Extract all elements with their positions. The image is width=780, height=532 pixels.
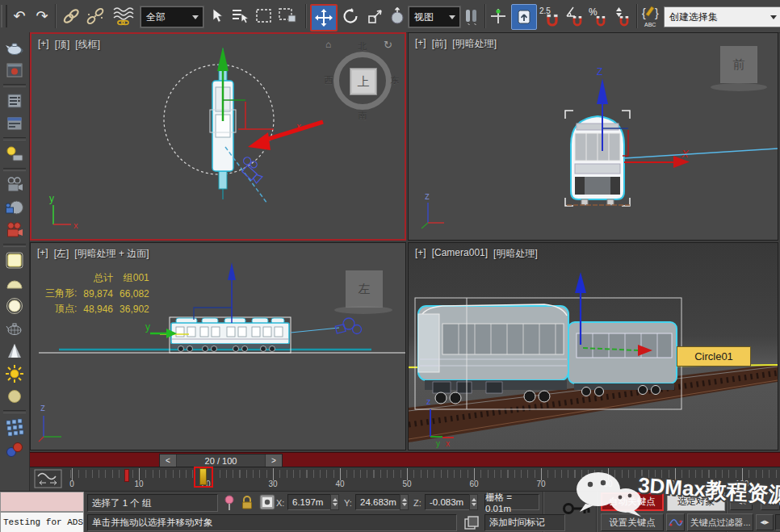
edit-named-selection-sets-icon[interactable]: {}ABC — [640, 3, 663, 29]
isolate-selection-icon[interactable] — [463, 515, 480, 531]
percent-snap-toggle-icon[interactable]: % — [587, 6, 610, 27]
viewport-menu-name[interactable]: [Camera001] — [432, 247, 488, 261]
reference-coordinate-dropdown[interactable]: 视图 — [409, 6, 460, 27]
auto-key-button[interactable]: 自动关键点 — [601, 492, 664, 511]
viewport-menu-name[interactable]: [前] — [432, 37, 447, 51]
key-mode-toggle-button[interactable]: ◀▶ — [756, 514, 774, 530]
select-and-scale-icon[interactable] — [364, 6, 387, 27]
new-key-default-in-tangent-icon[interactable] — [666, 513, 685, 531]
viewcube[interactable]: ⌂ ↻ 上 北 南 西 东 — [319, 39, 400, 119]
render-frame-window-icon[interactable] — [2, 90, 27, 112]
x-spinner[interactable] — [330, 494, 339, 510]
absolute-offset-mode-icon[interactable] — [259, 494, 275, 510]
animation-key-frame20[interactable] — [199, 468, 207, 485]
window-crossing-toggle-icon[interactable] — [277, 6, 300, 27]
light-lister-icon[interactable] — [2, 143, 27, 165]
time-slider-handle[interactable]: < 20 / 100 > — [159, 454, 283, 467]
molecule-icon[interactable] — [2, 438, 27, 461]
viewcube-orbit-icon[interactable]: ↻ — [384, 39, 392, 51]
compass-north-label[interactable]: 北 — [356, 40, 369, 52]
viewport-menu-shading[interactable]: [线框] — [75, 38, 100, 52]
select-and-place-icon[interactable] — [387, 6, 408, 27]
time-slider-track[interactable]: < 20 / 100 > — [30, 452, 780, 467]
viewport-menu-plus[interactable]: [+] — [38, 38, 49, 52]
lock-icon[interactable] — [241, 495, 254, 511]
viewcube-home-icon[interactable]: ⌂ — [325, 39, 331, 50]
camera-object-side[interactable] — [291, 318, 362, 334]
z-coordinate-field[interactable]: -0.083m — [425, 494, 470, 510]
train-front-view[interactable] — [571, 116, 624, 205]
viewcube-ghost-left[interactable]: 左 — [334, 270, 392, 317]
render-setup-icon[interactable] — [2, 59, 27, 82]
z-spinner[interactable] — [469, 494, 478, 510]
sphere-light-icon[interactable] — [2, 295, 27, 317]
current-frame-field[interactable]: 20 — [775, 514, 780, 530]
compass-south-label[interactable]: 南 — [356, 110, 369, 122]
unlink-selection-icon[interactable] — [84, 6, 107, 27]
next-frame-button[interactable]: > — [265, 455, 282, 467]
rectangular-selection-region-icon[interactable] — [253, 6, 275, 27]
select-and-link-icon[interactable] — [60, 6, 82, 27]
spinner-snap-toggle-icon[interactable] — [610, 6, 633, 27]
use-pivot-center-icon[interactable] — [460, 6, 483, 27]
select-and-rotate-icon[interactable] — [339, 6, 362, 27]
select-and-manipulate-icon[interactable] — [488, 6, 509, 27]
open-mini-curve-editor-icon[interactable] — [34, 469, 63, 489]
selected-objects-dropdown[interactable]: 选定对象 — [667, 492, 725, 511]
viewport-menu-name[interactable]: [左] — [54, 247, 69, 261]
train-side-view[interactable] — [170, 317, 291, 353]
select-object-icon[interactable] — [204, 6, 227, 27]
y-spinner[interactable] — [400, 494, 409, 510]
add-time-tag-field[interactable]: 添加时间标记 — [484, 514, 565, 531]
set-key-mode-key-icon[interactable] — [562, 498, 593, 519]
selection-lock-pin-icon[interactable] — [224, 495, 235, 511]
compass-west-label[interactable]: 西 — [322, 74, 335, 86]
go-to-start-button[interactable]: ◀◀ — [730, 493, 753, 510]
select-by-name-icon[interactable] — [229, 6, 251, 27]
viewport-menu-name[interactable]: [顶] — [55, 38, 70, 52]
viewport-menu-shading[interactable]: [明暗处理 + 边面] — [74, 247, 149, 261]
viewport-menu-shading[interactable]: [明暗处理] — [452, 37, 497, 51]
viewport-menu-plus[interactable]: [+] — [415, 37, 426, 51]
wire-teapot-icon[interactable] — [2, 317, 27, 340]
viewport-left[interactable]: [+] [左] [明暗处理 + 边面] 总计组001 三角形:89,87466,… — [30, 242, 406, 450]
render-teapot-icon[interactable] — [2, 36, 27, 59]
maxscript-mini-listener-white[interactable]: Testing for ADS — [0, 512, 84, 532]
y-coordinate-field[interactable]: 24.683m — [355, 494, 400, 510]
bind-to-space-warp-icon[interactable] — [110, 6, 136, 27]
maxscript-mini-listener-pink[interactable] — [0, 492, 84, 512]
select-and-move-button[interactable] — [310, 4, 338, 31]
x-coordinate-field[interactable]: 6.197m — [287, 494, 331, 510]
previous-frame-step-button[interactable]: ◀ — [761, 493, 780, 510]
instance-array-icon[interactable] — [2, 416, 27, 438]
redo-icon[interactable]: ↷ — [31, 6, 53, 27]
named-selection-set-field[interactable]: 创建选择集 — [664, 6, 780, 27]
state-sets-icon[interactable] — [2, 112, 27, 135]
viewcube-ghost-front[interactable]: 前 — [711, 46, 767, 96]
viewport-top[interactable]: [+] [顶] [线框] x — [30, 32, 406, 241]
dome-light-icon[interactable] — [2, 272, 27, 295]
undo-icon[interactable]: ↶ — [8, 6, 31, 27]
set-key-button[interactable]: 设置关键点 — [601, 513, 664, 531]
rect-light-icon[interactable] — [2, 249, 27, 272]
keyboard-shortcut-override-button[interactable] — [511, 4, 537, 30]
key-filters-button[interactable]: 关键点过滤器... — [687, 513, 753, 531]
track-bar[interactable]: 0 10 20 30 40 50 60 70 80 90 100 — [30, 467, 780, 492]
viewport-menu-plus[interactable]: [+] — [37, 247, 48, 261]
toolbar-drag-handle[interactable] — [1, 5, 7, 27]
sphere-object-icon[interactable] — [2, 385, 27, 408]
previous-frame-button[interactable]: < — [160, 455, 177, 467]
film-camera-icon[interactable] — [2, 174, 27, 196]
compass-east-label[interactable]: 东 — [388, 74, 401, 86]
viewport-front[interactable]: [+] [前] [明暗处理] — [408, 32, 778, 241]
viewport-camera[interactable]: [+] [Camera001] [明暗处理] — [408, 242, 778, 450]
physical-camera-icon[interactable] — [2, 196, 27, 219]
viewcube-top-face[interactable]: 上 — [350, 68, 377, 95]
animation-key-frame0[interactable] — [124, 469, 129, 482]
spot-light-icon[interactable] — [2, 340, 27, 362]
selection-filter-dropdown[interactable]: 全部 — [140, 6, 203, 27]
video-camera-red-icon[interactable] — [2, 219, 27, 241]
viewport-menu-shading[interactable]: [明暗处理] — [493, 247, 538, 261]
angle-snap-toggle-icon[interactable] — [564, 6, 586, 27]
viewport-menu-plus[interactable]: [+] — [415, 247, 426, 261]
